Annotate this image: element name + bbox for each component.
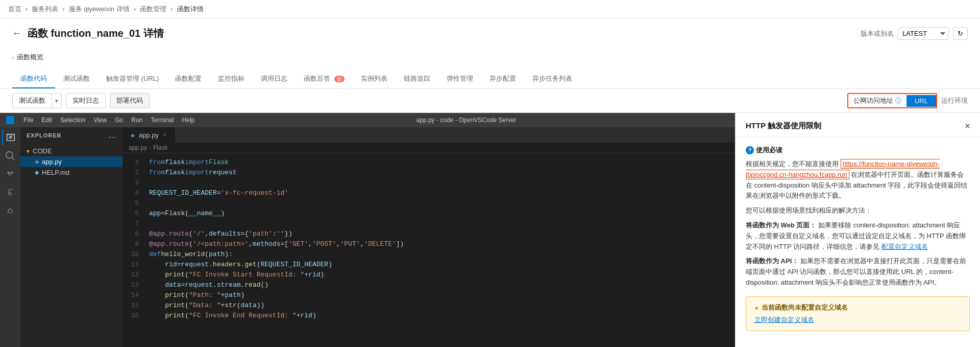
breadcrumb-function-mgmt[interactable]: 函数管理	[140, 5, 166, 14]
collapse-section: › 函数概览	[12, 47, 968, 68]
file-tree: ▾ CODE ◆ app.py ◆ HELP.md	[20, 144, 122, 180]
editor-area: File Edit Selection View Go Run Terminal…	[0, 113, 735, 347]
public-url-area: 公网访问地址 ⓘ URL 运行环境	[847, 93, 968, 108]
tab-async-config[interactable]: 异步配置	[481, 70, 524, 88]
code-text[interactable]: from flask import Flask from flask impor…	[143, 153, 735, 347]
url-button[interactable]: URL	[906, 95, 936, 107]
back-button[interactable]: ←	[12, 28, 21, 39]
menu-selection[interactable]: Selection	[57, 115, 88, 125]
panel-header: HTTP 触发器使用限制 ×	[736, 113, 980, 137]
custom-domain-link-1[interactable]: 配置自定义域名	[881, 243, 928, 250]
create-domain-link[interactable]: 立即创建自定义域名	[754, 316, 814, 323]
usage-text-2: 您可以根据使用场景找到相应的解决方法：	[746, 205, 970, 216]
warning-box: ● 当前函数尚未配置自定义域名 立即创建自定义域名	[746, 296, 970, 331]
tab-close-icon[interactable]: ×	[163, 131, 166, 138]
activity-explorer[interactable]	[2, 129, 18, 146]
tab-monitor[interactable]: 监控指标	[210, 70, 253, 88]
menu-run[interactable]: Run	[128, 115, 145, 125]
breadcrumb-service-list[interactable]: 服务列表	[32, 5, 58, 14]
file-help-md-label: HELP.md	[42, 169, 69, 176]
page-header: ← 函数 function_name_01 详情 版本或别名 LATEST ↻ …	[0, 18, 980, 89]
activity-search[interactable]	[2, 148, 18, 164]
tab-dot-icon: ◆	[131, 132, 135, 138]
file-help-md[interactable]: ◆ HELP.md	[20, 167, 122, 178]
explorer-header: EXPLORER ...	[20, 127, 122, 144]
warning-icon: ●	[754, 304, 758, 312]
file-app-py[interactable]: ◆ app.py	[20, 156, 122, 167]
menu-help[interactable]: Help	[179, 115, 198, 125]
project-folder[interactable]: ▾ CODE	[20, 146, 122, 156]
collapse-arrow-icon: ›	[12, 55, 14, 60]
tab-test[interactable]: 测试函数	[55, 70, 98, 88]
test-function-button[interactable]: 测试函数	[13, 94, 52, 108]
editor-tabs: ◆ app.py ×	[122, 127, 735, 143]
web-page-section: 将函数作为 Web 页面： 如果要移除 content-disposition:…	[746, 220, 970, 252]
breadcrumb-service-detail[interactable]: 服务 qiyeweixin 详情	[69, 5, 130, 14]
question-icon: ?	[746, 146, 754, 154]
editor-breadcrumb: app.py › Flask	[122, 143, 735, 153]
breadcrumb-current: 函数详情	[177, 5, 204, 14]
tab-trigger[interactable]: 触发器管理 (URL)	[98, 70, 167, 88]
run-env-label: 运行环境	[941, 96, 968, 105]
panel-close-button[interactable]: ×	[965, 122, 970, 131]
tab-config[interactable]: 函数配置	[167, 70, 210, 88]
breadcrumb-sep-3: ›	[134, 5, 136, 13]
breadcrumb-sep-4: ›	[170, 5, 173, 13]
page-title-container: ← 函数 function_name_01 详情	[12, 27, 164, 40]
usage-text-1: 根据相关规定，您不能直接使用 https://function-name-qiy…	[746, 159, 970, 201]
public-url-info-icon[interactable]: ⓘ	[895, 97, 901, 105]
tab-code[interactable]: 函数代码	[12, 70, 55, 88]
main-content: File Edit Selection View Go Run Terminal…	[0, 113, 980, 347]
api-section: 将函数作为 API： 如果您不需要在浏览器中直接打开此页面，只是需要在前端页面中…	[746, 256, 970, 288]
file-explorer: EXPLORER ... ▾ CODE ◆ app.py ◆ HELP.md	[20, 127, 122, 347]
code-editor[interactable]: 12345 678910 1112131415 16 from flask im…	[122, 153, 735, 347]
breadcrumb-home[interactable]: 首页	[8, 5, 21, 14]
menu-file[interactable]: File	[20, 115, 36, 125]
warning-title: ● 当前函数尚未配置自定义域名	[754, 303, 961, 312]
tab-log[interactable]: 调用日志	[253, 70, 296, 88]
py-file-icon: ◆	[35, 158, 39, 165]
code-panel: ◆ app.py × app.py › Flask 12345 6789	[122, 127, 735, 347]
version-dropdown[interactable]: LATEST	[898, 27, 949, 40]
vscode-titlebar: File Edit Selection View Go Run Terminal…	[0, 113, 735, 127]
menu-edit[interactable]: Edit	[38, 115, 55, 125]
nav-tabs: 函数代码 测试函数 触发器管理 (URL) 函数配置 监控指标 调用日志 函数百…	[12, 70, 968, 88]
breadcrumb-arrow: ›	[149, 144, 151, 151]
vscode-window-title: app.py - code - OpenVSCode Server	[416, 117, 517, 124]
vscode-body: EXPLORER ... ▾ CODE ◆ app.py ◆ HELP.md	[0, 127, 735, 347]
refresh-button[interactable]: ↻	[953, 27, 968, 40]
panel-body: ? 使用必读 根据相关规定，您不能直接使用 https://function-n…	[736, 137, 980, 347]
public-url-container: 公网访问地址 ⓘ URL	[847, 93, 937, 108]
tab-trace[interactable]: 链路追踪	[396, 70, 438, 88]
line-numbers: 12345 678910 1112131415 16	[122, 153, 143, 347]
tab-async-list[interactable]: 异步任务列表	[524, 70, 580, 88]
menu-terminal[interactable]: Terminal	[148, 115, 177, 125]
md-file-icon: ◆	[35, 169, 39, 176]
realtime-log-button[interactable]: 实时日志	[66, 93, 106, 108]
collapse-label: 函数概览	[17, 53, 43, 62]
version-label: 版本或别名	[861, 29, 894, 38]
folder-arrow-icon: ▾	[27, 148, 30, 155]
usage-section: ? 使用必读 根据相关规定，您不能直接使用 https://function-n…	[746, 146, 970, 288]
panel-title: HTTP 触发器使用限制	[746, 121, 821, 131]
page-title: 函数 function_name_01 详情	[28, 27, 164, 40]
editor-tab-app-py[interactable]: ◆ app.py ×	[122, 127, 175, 143]
menu-view[interactable]: View	[90, 115, 110, 125]
activity-extensions[interactable]	[2, 184, 18, 201]
menu-go[interactable]: Go	[112, 115, 126, 125]
tab-elastic[interactable]: 弹性管理	[438, 70, 481, 88]
tab-qa[interactable]: 函数百答 新	[296, 70, 353, 88]
breadcrumb-bar: 首页 › 服务列表 › 服务 qiyeweixin 详情 › 函数管理 › 函数…	[0, 0, 980, 18]
activity-bar	[0, 127, 20, 347]
breadcrumb-sep-1: ›	[26, 5, 28, 13]
deploy-code-button[interactable]: 部署代码	[110, 93, 150, 108]
breadcrumb-file: app.py	[129, 144, 147, 151]
tab-instances[interactable]: 实例列表	[353, 70, 396, 88]
test-function-dropdown[interactable]: ▾	[52, 94, 61, 108]
activity-source-control[interactable]	[2, 166, 18, 182]
collapse-header[interactable]: › 函数概览	[12, 51, 968, 64]
activity-debug[interactable]	[2, 203, 18, 219]
file-app-py-label: app.py	[42, 158, 62, 166]
editor-tab-label: app.py	[139, 131, 159, 139]
explorer-menu[interactable]: ...	[109, 131, 116, 140]
